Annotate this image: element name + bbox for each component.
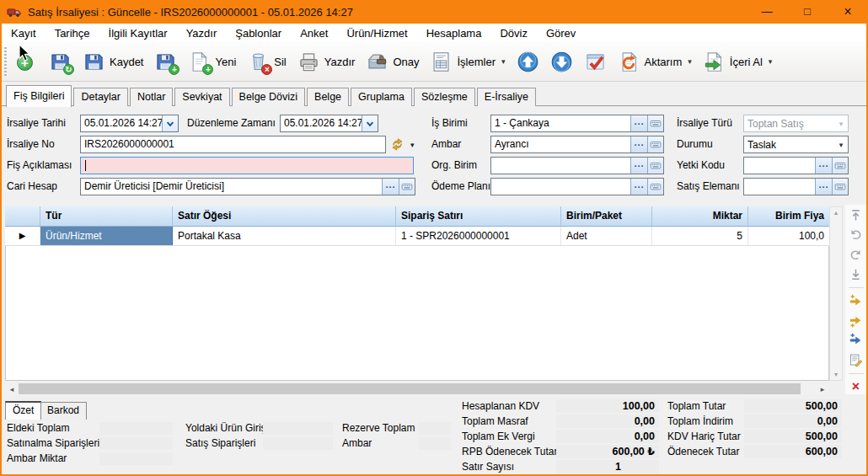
cari-hesap-browse-button[interactable]: ... [382,179,399,195]
org-birim-input[interactable]: ... [490,157,664,174]
is-birimi-input[interactable]: 1 - Çankaya ... [490,115,664,132]
org-birim-browse-button[interactable]: ... [630,158,647,174]
row-detail-icon[interactable] [849,353,864,367]
grid-header-birim-paket[interactable]: Birim/Paket [561,206,652,226]
new-button[interactable]: +Yeni [188,51,236,73]
ambar-browse-button[interactable]: ... [630,136,647,152]
cari-hesap-input[interactable]: Demir Üreticisi [Demir Üreticisi] ... [80,178,415,195]
ambar-keyboard-button[interactable] [647,136,663,152]
transfer-button[interactable]: Aktarım▾ [618,51,692,73]
irsaliye-tarihi-dropdown-icon[interactable] [162,115,178,131]
menu-doviz[interactable]: Döviz [490,25,537,41]
save-refresh-button[interactable]: ↻ [49,51,72,73]
grid-header-siparis-satiri[interactable]: Sipariş Satırı [396,206,561,226]
menu-urun-hizmet[interactable]: Ürün/Hizmet [337,25,416,41]
grid-header-satir-ogesi[interactable]: Satır Öğesi [173,206,396,226]
irsaliye-tarihi-input[interactable]: 05.01.2026 14:27 [80,115,179,132]
menu-ilgili-kayitlar[interactable]: İlgili Kayıtlar [99,25,177,41]
cell-birim-fiyat[interactable]: 100,0 [748,227,829,245]
import-button[interactable]: İçeri Al▾ [703,51,773,73]
operations-dropdown-icon[interactable]: ▾ [501,57,506,66]
tab-fis-bilgileri[interactable]: Fiş Bilgileri [6,85,72,107]
irsaliye-no-dropdown-icon[interactable]: ▾ [410,141,415,149]
operations-button[interactable]: İşlemler▾ [430,51,505,73]
approve-button[interactable]: Onay [366,51,419,73]
ambar-input[interactable]: Ayrancı ... [490,136,664,153]
undo-icon[interactable] [849,227,864,242]
menu-gorev[interactable]: Görev [537,25,585,41]
grid-header-tur[interactable]: Tür [40,206,173,226]
irsaliye-no-input[interactable]: IRS2026000000001 [80,136,386,153]
cell-tur[interactable]: Ürün/Hizmet [40,227,173,245]
scroll-left-icon[interactable]: ◂ [5,385,19,393]
print-button[interactable]: Yazdır [297,51,356,73]
scroll-up-icon[interactable]: ▴ [830,209,842,217]
menu-hesaplama[interactable]: Hesaplama [417,25,491,41]
tab-e-irsaliye[interactable]: E-İrsaliye [477,88,536,106]
yetki-kodu-input[interactable]: ... [743,157,849,174]
cari-hesap-keyboard-button[interactable] [399,179,415,195]
menu-tarihce[interactable]: Tarihçe [46,25,99,41]
delete-row-icon[interactable]: × [849,380,864,394]
menu-sablonlar[interactable]: Şablonlar [226,25,291,41]
tab-sozlesme[interactable]: Sözleşme [414,88,475,106]
org-birim-keyboard-button[interactable] [647,158,663,174]
insert-row-below-icon[interactable] [849,313,864,328]
fis-aciklamasi-input[interactable] [80,157,414,174]
satis-elemani-keyboard-button[interactable] [832,179,848,195]
save-new-button[interactable]: + [154,51,177,73]
menu-yazdir[interactable]: Yazdır [177,25,227,41]
tab-ozet[interactable]: Özet [5,401,41,420]
yetki-kodu-keyboard-button[interactable] [832,158,848,174]
cell-birim-paket[interactable]: Adet [561,227,652,245]
grid-row-1[interactable]: ▶ Ürün/Hizmet Portakal Kasa 1 - SPR20260… [5,227,829,246]
confirm-check-button[interactable] [584,51,607,73]
transfer-dropdown-icon[interactable]: ▾ [688,57,692,66]
durumu-select[interactable]: Taslak ▾ [743,136,849,153]
minimize-button[interactable]: — [747,0,787,24]
satis-elemani-input[interactable]: ... [743,178,849,195]
tab-barkod[interactable]: Barkod [40,402,87,420]
move-row-top-icon[interactable] [849,208,864,222]
cell-satir-ogesi[interactable]: Portakal Kasa [173,227,396,245]
menu-kayit[interactable]: Kayıt [2,25,46,41]
delete-button[interactable]: ×Sil [247,51,286,73]
redo-icon[interactable] [849,247,864,261]
duzenleme-zamani-input[interactable]: 05.01.2026 14:27 [280,115,378,132]
duzenleme-zamani-dropdown-icon[interactable] [362,115,378,131]
tab-detaylar[interactable]: Detaylar [73,88,128,106]
add-row-icon[interactable] [849,333,864,347]
menu-anket[interactable]: Anket [291,25,337,41]
close-button[interactable]: × [828,0,868,24]
grid-header-miktar[interactable]: Miktar [652,206,748,226]
import-dropdown-icon[interactable]: ▾ [769,57,773,66]
is-birimi-keyboard-button[interactable] [647,115,663,131]
move-up-button[interactable] [517,51,539,73]
tab-belge[interactable]: Belge [307,88,349,106]
satis-elemani-browse-button[interactable]: ... [815,179,832,195]
tab-belge-dovizi[interactable]: Belge Dövizi [232,88,305,106]
scroll-right-icon[interactable]: ▸ [816,385,829,393]
numbering-swap-icon[interactable] [389,136,405,152]
move-down-button[interactable] [550,51,573,73]
is-birimi-browse-button[interactable]: ... [630,115,647,131]
scroll-down-icon[interactable]: ▾ [830,371,842,378]
cell-siparis-satiri[interactable]: 1 - SPR2026000000001 [396,227,561,245]
cell-miktar[interactable]: 5 [652,227,748,245]
tab-notlar[interactable]: Notlar [130,88,173,106]
tab-gruplama[interactable]: Gruplama [351,88,412,106]
durumu-chevron-icon[interactable]: ▾ [834,141,848,149]
move-row-bottom-icon[interactable] [849,267,864,281]
odeme-plani-browse-button[interactable]: ... [630,179,647,195]
scrollbar-thumb[interactable] [19,383,801,394]
row-marker-icon[interactable]: ▶ [5,227,40,245]
yetki-kodu-browse-button[interactable]: ... [815,158,832,174]
odeme-plani-input[interactable]: ... [490,178,664,195]
insert-row-above-icon[interactable] [849,294,864,308]
odeme-plani-keyboard-button[interactable] [647,179,663,195]
toolbar-gripper[interactable] [4,47,7,76]
tab-sevkiyat[interactable]: Sevkiyat [174,88,229,106]
maximize-button[interactable]: □ [787,0,828,24]
save-button[interactable]: Kaydet [83,51,143,73]
grid-header-birim-fiyat[interactable]: Birim Fiya [748,206,829,226]
